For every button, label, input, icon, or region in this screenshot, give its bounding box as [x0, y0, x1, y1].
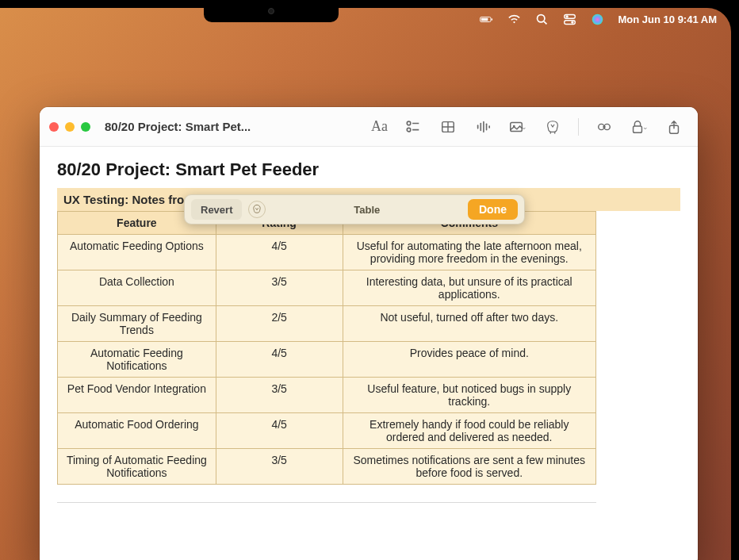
link-button[interactable]	[595, 117, 614, 136]
datetime[interactable]: Mon Jun 10 9:41 AM	[618, 13, 717, 25]
table-popover: Revert Table Done	[184, 194, 525, 224]
done-button[interactable]: Done	[468, 199, 518, 220]
titlebar: 80/20 Project: Smart Pet... Aa ⌄	[40, 107, 698, 147]
table-row[interactable]: Timing of Automatic Feeding Notification…	[58, 449, 596, 485]
document-title: 80/20 Project: Smart Pet Feeder	[57, 159, 680, 180]
apple-intelligence-icon[interactable]	[248, 201, 266, 218]
close-button[interactable]	[49, 122, 59, 132]
cell-rating[interactable]: 3/5	[216, 270, 343, 306]
toolbar-divider	[578, 118, 579, 136]
cell-feature[interactable]: Automatic Feeding Notifications	[58, 342, 216, 378]
cell-feature[interactable]: Daily Summary of Feeding Trends	[58, 306, 216, 342]
note-content[interactable]: 80/20 Project: Smart Pet Feeder UX Testi…	[40, 147, 698, 560]
cell-rating[interactable]: 4/5	[216, 413, 343, 449]
notes-window: 80/20 Project: Smart Pet... Aa ⌄	[40, 107, 698, 560]
fullscreen-button[interactable]	[81, 122, 90, 132]
siri-icon[interactable]	[591, 13, 604, 26]
table-row[interactable]: Pet Food Vendor Integration3/5Useful fea…	[58, 378, 596, 413]
window-controls	[49, 122, 90, 132]
table-row[interactable]: Daily Summary of Feeding Trends2/5Not us…	[58, 306, 596, 342]
cell-feature[interactable]: Automatic Food Ordering	[58, 413, 216, 449]
cell-rating[interactable]: 3/5	[216, 449, 343, 485]
audio-button[interactable]	[473, 117, 492, 136]
table-row[interactable]: Automatic Food Ordering4/5Extremely hand…	[58, 413, 596, 449]
window-title: 80/20 Project: Smart Pet...	[105, 120, 251, 133]
toolbar: Aa ⌄	[371, 117, 688, 136]
cell-rating[interactable]: 2/5	[216, 306, 343, 342]
svg-point-8	[571, 21, 572, 23]
cell-comments[interactable]: Provides peace of mind.	[343, 342, 595, 378]
cell-feature[interactable]: Automatic Feeding Options	[58, 235, 216, 270]
svg-rect-1	[491, 18, 492, 20]
cell-feature[interactable]: Pet Food Vendor Integration	[58, 378, 216, 413]
media-button[interactable]: ⌄	[508, 117, 527, 136]
control-center-icon[interactable]	[563, 13, 576, 26]
separator	[57, 502, 596, 503]
cell-comments[interactable]: Not useful, turned off after two days.	[343, 306, 595, 342]
apple-intelligence-button[interactable]	[543, 117, 562, 136]
svg-rect-26	[634, 126, 642, 132]
svg-point-10	[407, 121, 411, 125]
svg-rect-2	[481, 17, 488, 21]
cell-comments[interactable]: Interesting data, but unsure of its prac…	[343, 270, 595, 306]
feature-table[interactable]: Feature Rating Comments Automatic Feedin…	[57, 211, 596, 485]
share-button[interactable]	[664, 117, 683, 136]
chevron-down-icon: ⌄	[642, 123, 649, 131]
data-table-container: Feature Rating Comments Automatic Feedin…	[57, 211, 680, 485]
table-row[interactable]: Automatic Feeding Options4/5Useful for a…	[58, 235, 596, 270]
svg-point-6	[566, 15, 568, 17]
cell-comments[interactable]: Sometimes notifications are sent a few m…	[343, 449, 595, 485]
table-button[interactable]	[438, 117, 458, 136]
format-button[interactable]: Aa	[371, 117, 388, 136]
wifi-icon[interactable]	[507, 13, 521, 26]
cell-feature[interactable]: Data Collection	[58, 270, 216, 306]
checklist-button[interactable]	[404, 117, 423, 136]
cell-rating[interactable]: 3/5	[216, 378, 343, 413]
minimize-button[interactable]	[65, 122, 75, 132]
svg-point-3	[537, 14, 544, 21]
cell-comments[interactable]: Extremely handy if food could be reliabl…	[343, 413, 595, 449]
cell-rating[interactable]: 4/5	[216, 235, 343, 270]
menubar: Mon Jun 10 9:41 AM	[0, 8, 731, 30]
cell-rating[interactable]: 4/5	[216, 342, 343, 378]
svg-line-4	[544, 21, 546, 24]
table-row[interactable]: Data Collection3/5Interesting data, but …	[58, 270, 596, 306]
popover-title: Table	[272, 204, 461, 216]
battery-icon[interactable]	[480, 13, 493, 26]
cell-feature[interactable]: Timing of Automatic Feeding Notification…	[58, 449, 216, 485]
svg-point-9	[592, 13, 603, 25]
chevron-down-icon: ⌄	[521, 123, 527, 131]
table-row[interactable]: Automatic Feeding Notifications4/5Provid…	[58, 342, 596, 378]
cell-comments[interactable]: Useful feature, but noticed bugs in supp…	[343, 378, 595, 413]
cell-comments[interactable]: Useful for automating the late afternoon…	[343, 235, 595, 270]
lock-button[interactable]: ⌄	[630, 117, 649, 136]
revert-button[interactable]: Revert	[191, 199, 242, 220]
search-icon[interactable]	[535, 13, 549, 26]
svg-point-12	[407, 128, 411, 132]
